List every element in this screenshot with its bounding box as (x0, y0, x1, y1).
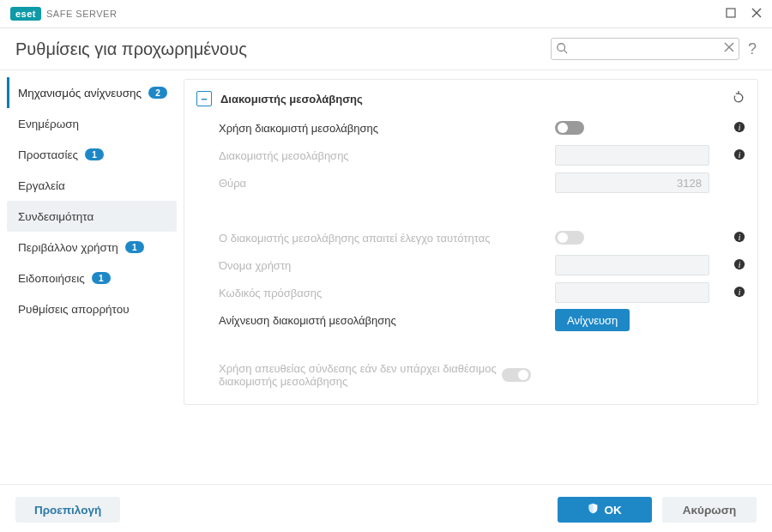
info-icon[interactable]: i (727, 121, 745, 136)
info-icon[interactable]: i (727, 231, 745, 245)
detect-label: Ανίχνευση διακομιστή μεσολάβησης (219, 314, 555, 327)
sidebar-badge: 2 (148, 87, 167, 99)
sidebar: Μηχανισμός ανίχνευσης 2 Ενημέρωση Προστα… (0, 70, 180, 484)
proxy-server-input[interactable] (555, 145, 709, 166)
sidebar-item-update[interactable]: Ενημέρωση (7, 108, 177, 139)
info-icon[interactable]: i (727, 258, 745, 273)
ok-button[interactable]: OK (558, 497, 652, 523)
page-title: Ρυθμίσεις για προχωρημένους (15, 39, 247, 59)
row-proxy-server: Διακομιστής μεσολάβησης i (184, 142, 757, 169)
default-button[interactable]: Προεπιλογή (15, 497, 120, 523)
sidebar-item-connectivity[interactable]: Συνδεσιμότητα (7, 201, 177, 232)
search-icon (556, 42, 568, 57)
shield-icon (588, 503, 599, 517)
row-detect: Ανίχνευση διακομιστή μεσολάβησης Ανίχνευ… (184, 306, 757, 334)
sidebar-item-label: Μηχανισμός ανίχνευσης (18, 87, 142, 100)
sidebar-item-label: Περιβάλλον χρήστη (18, 241, 118, 254)
window-controls (726, 8, 762, 21)
reset-icon[interactable] (732, 91, 745, 107)
username-input[interactable] (555, 255, 709, 275)
row-use-proxy: Χρήση διακομιστή μεσολάβησης i (184, 114, 757, 142)
footer: Προεπιλογή OK Ακύρωση (0, 484, 772, 532)
spacer (184, 196, 757, 224)
password-label: Κωδικός πρόσβασης (219, 287, 555, 299)
username-label: Όνομα χρήστη (219, 259, 555, 272)
window-close-icon[interactable] (751, 8, 762, 21)
port-input[interactable] (555, 172, 709, 193)
collapse-icon[interactable]: − (196, 91, 212, 106)
row-direct-connection: Χρήση απευθείας σύνδεσης εάν δεν υπάρχει… (184, 361, 757, 389)
sidebar-item-detection-engine[interactable]: Μηχανισμός ανίχνευσης 2 (7, 77, 177, 108)
sidebar-item-label: Εργαλεία (18, 179, 65, 192)
panel-title: Διακομιστής μεσολάβησης (220, 93, 363, 106)
proxy-server-label: Διακομιστής μεσολάβησης (219, 149, 555, 162)
svg-text:i: i (739, 259, 741, 269)
svg-text:i: i (739, 287, 741, 296)
svg-text:i: i (739, 149, 741, 159)
row-requires-auth: Ο διακομιστής μεσολάβησης απαιτεί έλεγχο… (184, 224, 757, 251)
cancel-button[interactable]: Ακύρωση (662, 497, 757, 523)
sidebar-item-label: Προστασίες (18, 148, 78, 161)
sidebar-item-label: Ειδοποιήσεις (18, 272, 85, 285)
sidebar-badge: 1 (92, 272, 111, 284)
direct-connection-toggle (502, 368, 531, 382)
sidebar-badge: 1 (125, 241, 144, 253)
help-icon[interactable]: ? (748, 40, 757, 58)
requires-auth-label: Ο διακομιστής μεσολάβησης απαιτεί έλεγχο… (219, 232, 555, 245)
use-proxy-toggle[interactable] (555, 121, 584, 135)
main: − Διακομιστής μεσολάβησης Χρήση διακομισ… (180, 70, 772, 484)
info-icon[interactable]: i (727, 148, 745, 163)
svg-line-4 (564, 51, 568, 54)
spacer (184, 334, 757, 361)
proxy-panel: − Διακομιστής μεσολάβησης Χρήση διακομισ… (184, 79, 758, 405)
titlebar: eset SAFE SERVER (0, 0, 772, 28)
sidebar-item-label: Ενημέρωση (18, 118, 79, 130)
search-input[interactable] (551, 38, 739, 60)
window-maximize-icon[interactable] (726, 8, 736, 21)
search-wrap (551, 38, 739, 60)
password-input[interactable] (555, 282, 709, 303)
direct-connection-label: Χρήση απευθείας σύνδεσης εάν δεν υπάρχει… (219, 362, 502, 388)
brand-logo: eset (10, 7, 41, 21)
svg-rect-0 (727, 9, 735, 17)
row-username: Όνομα χρήστη i (184, 251, 757, 279)
brand-text: SAFE SERVER (46, 9, 117, 19)
row-password: Κωδικός πρόσβασης i (184, 279, 757, 306)
ok-button-label: OK (604, 504, 621, 517)
sidebar-item-label: Συνδεσιμότητα (18, 210, 93, 223)
sidebar-item-notifications[interactable]: Ειδοποιήσεις 1 (7, 263, 177, 293)
port-label: Θύρα (219, 177, 555, 190)
sidebar-item-protections[interactable]: Προστασίες 1 (7, 139, 177, 170)
requires-auth-toggle (555, 231, 584, 245)
search-clear-icon[interactable] (724, 42, 734, 55)
use-proxy-label: Χρήση διακομιστή μεσολάβησης (219, 122, 555, 135)
sidebar-item-label: Ρυθμίσεις απορρήτου (18, 303, 130, 316)
sidebar-badge: 1 (85, 148, 104, 160)
svg-text:i: i (739, 232, 741, 241)
row-port: Θύρα (184, 169, 757, 196)
info-icon[interactable]: i (727, 286, 745, 300)
brand: eset SAFE SERVER (10, 7, 117, 21)
svg-point-3 (558, 44, 565, 51)
sidebar-item-privacy-settings[interactable]: Ρυθμίσεις απορρήτου (7, 293, 177, 324)
sidebar-item-tools[interactable]: Εργαλεία (7, 170, 177, 201)
sidebar-item-user-interface[interactable]: Περιβάλλον χρήστη 1 (7, 232, 177, 263)
detect-button[interactable]: Ανίχνευση (555, 309, 630, 331)
topbar: Ρυθμίσεις για προχωρημένους ? (0, 28, 772, 70)
panel-header: − Διακομιστής μεσολάβησης (184, 83, 757, 114)
svg-text:i: i (739, 122, 741, 131)
